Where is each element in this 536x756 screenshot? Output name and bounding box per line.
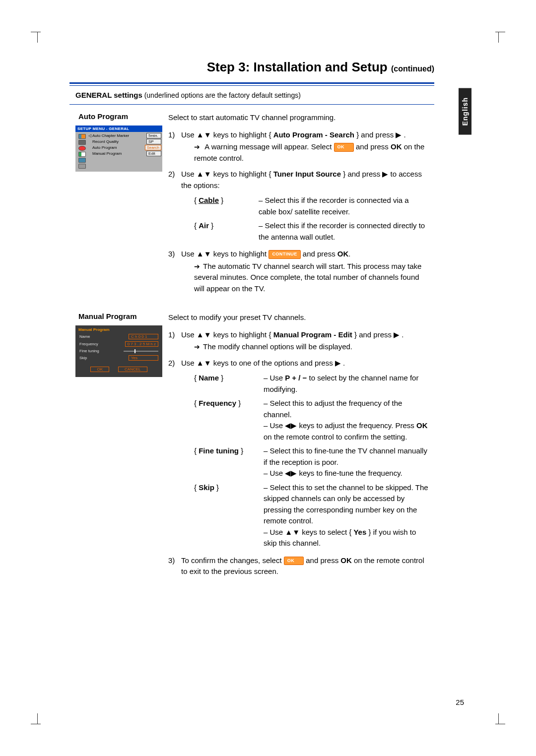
crop-mark <box>495 724 505 724</box>
option-name-desc: – Use P + / − to select by the channel n… <box>264 373 428 395</box>
manual-program-section: Manual Program Manual Program NameC h 0 … <box>69 304 434 587</box>
auto-step-2: Use ▲▼ keys to highlight { Tuner Input S… <box>168 169 428 243</box>
page-number: 25 <box>456 698 464 706</box>
auto-program-text: Select to start automatic TV channel pro… <box>166 105 434 304</box>
osd-row-label: Record Quality <box>92 139 145 144</box>
auto-step-3: Use ▲▼ keys to highlight CONTINUE and pr… <box>168 249 428 294</box>
auto-step-3-sub: The automatic TV channel search will sta… <box>181 261 428 295</box>
manual-step-1: Use ▲▼ keys to highlight { Manual Progra… <box>168 329 428 353</box>
osd-manual-menu: Manual Program NameC h 0 0 1 Frequency0 … <box>75 325 162 377</box>
crop-mark <box>498 713 499 724</box>
osd-slider <box>124 351 158 352</box>
osd-tab-icon <box>78 164 86 169</box>
osd-tab-icon <box>78 152 86 157</box>
option-freq-label: { Frequency } <box>194 398 264 442</box>
crop-mark <box>495 32 505 32</box>
osd-row-value: 5min. <box>146 133 161 138</box>
manual-step-2: Use ▲▼ keys to one of the options and pr… <box>168 358 428 549</box>
osd-row-label: Frequency <box>79 342 125 346</box>
option-cable-desc: – Select this if the recorder is connect… <box>259 195 428 217</box>
triangle-left-icon: ◁ <box>88 133 91 138</box>
settings-bar-title: GENERAL settings <box>75 91 142 99</box>
option-ft-desc: – Select this to fine-tune the TV channe… <box>264 445 428 479</box>
osd-tab-icon <box>78 140 86 145</box>
manual-program-intro: Select to modify your preset TV channels… <box>168 312 428 323</box>
crop-mark <box>498 32 499 43</box>
settings-bar: GENERAL settings (underlined options are… <box>69 85 434 105</box>
language-tab: English <box>459 88 471 135</box>
osd-cancel-button: CANCEL <box>118 367 147 372</box>
crop-mark <box>31 32 41 32</box>
option-skip-label: { Skip } <box>194 482 264 549</box>
osd-tab-icon <box>78 158 86 163</box>
osd-tab-icon <box>78 134 86 139</box>
auto-program-intro: Select to start automatic TV channel pro… <box>168 112 428 124</box>
ok-button-graphic: OK <box>284 557 304 566</box>
option-freq-desc: – Select this to adjust the frequency of… <box>264 398 428 442</box>
osd-row-label: Skip <box>79 356 129 360</box>
option-name-label: { Name } <box>194 373 264 395</box>
osd-setup-title: SETUP MENU - GENERAL <box>75 126 162 132</box>
osd-row-value: Search <box>145 145 161 150</box>
osd-tab-icon <box>78 146 86 151</box>
osd-icon-column <box>76 133 87 169</box>
osd-row-value: C h 0 0 1 <box>129 334 158 339</box>
osd-row-value: SP <box>146 139 161 144</box>
auto-step-1-sub: A warning message will appear. Select OK… <box>181 141 428 164</box>
manual-step-1-sub: The modify channel options will be displ… <box>181 341 428 353</box>
crop-mark <box>37 32 38 43</box>
osd-row-label: Fine tuning <box>79 349 124 353</box>
manual-program-leftcol: Manual Program Manual Program NameC h 0 … <box>69 305 166 587</box>
option-ft-label: { Fine tuning } <box>194 445 264 479</box>
manual-program-title: Manual Program <box>78 312 162 320</box>
auto-program-leftcol: Auto Program SETUP MENU - GENERAL ◁Auto … <box>69 105 166 304</box>
osd-manual-title: Manual Program <box>75 325 162 333</box>
osd-row-label: Auto Chapter Marker <box>92 133 145 138</box>
auto-program-section: Auto Program SETUP MENU - GENERAL ◁Auto … <box>69 105 434 304</box>
crop-mark <box>31 724 41 724</box>
osd-row-label: Name <box>79 334 129 339</box>
manual-step-3: To confirm the changes, select OK and pr… <box>168 555 428 577</box>
osd-ok-button: OK <box>90 367 109 372</box>
settings-bar-note: (underlined options are the factory defa… <box>144 91 301 99</box>
osd-row-label: Manual Program <box>92 151 145 156</box>
auto-program-title: Auto Program <box>78 112 162 121</box>
option-skip-desc: – Select this to set the channel to be s… <box>264 482 428 549</box>
page-title-main: Step 3: Installation and Setup <box>207 60 388 74</box>
osd-row-value: 0 7 3 . 2 5 M h z <box>125 341 158 347</box>
auto-step-1: Use ▲▼ keys to highlight { Auto Program … <box>168 129 428 164</box>
option-cable-label: { Cable } <box>194 195 259 217</box>
option-air-label: { Air } <box>194 220 259 243</box>
crop-mark <box>37 713 38 724</box>
osd-row-value: Edit <box>146 151 161 156</box>
osd-row-label: Auto Program <box>92 145 144 150</box>
osd-row-value: Yes <box>129 355 158 361</box>
osd-setup-menu: SETUP MENU - GENERAL ◁Auto Chapter Marke… <box>75 126 162 172</box>
page-title: Step 3: Installation and Setup (continue… <box>30 60 434 75</box>
main-panel: GENERAL settings (underlined options are… <box>69 82 434 587</box>
continue-button-graphic: CONTINUE <box>268 250 300 259</box>
page-title-suffix: (continued) <box>391 64 434 73</box>
manual-program-text: Select to modify your preset TV channels… <box>166 305 434 587</box>
ok-button-graphic: OK <box>334 143 354 152</box>
option-air-desc: – Select this if the recorder is connect… <box>259 220 428 243</box>
